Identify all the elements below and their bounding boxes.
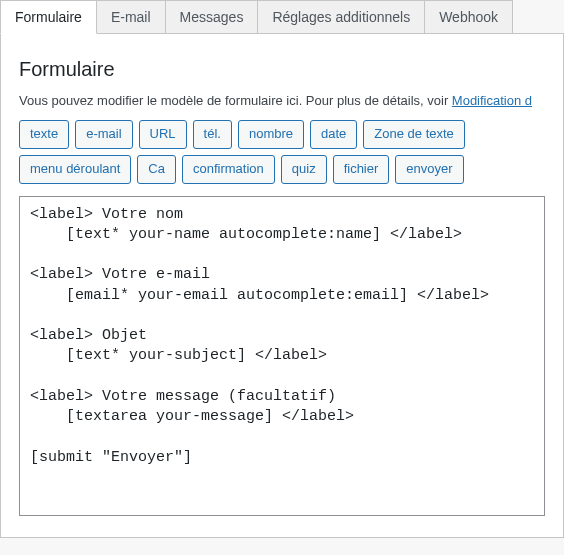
tag-menu-deroulant[interactable]: menu déroulant bbox=[19, 155, 131, 184]
tag-nombre[interactable]: nombre bbox=[238, 120, 304, 149]
help-text: Vous pouvez modifier le modèle de formul… bbox=[19, 93, 545, 108]
help-link[interactable]: Modification d bbox=[452, 93, 532, 108]
tag-quiz[interactable]: quiz bbox=[281, 155, 327, 184]
tag-ca-truncated[interactable]: Ca bbox=[137, 155, 176, 184]
tag-tel[interactable]: tél. bbox=[193, 120, 232, 149]
section-title: Formulaire bbox=[19, 58, 545, 81]
tag-generator-buttons: texte e-mail URL tél. nombre date Zone d… bbox=[19, 120, 545, 184]
tab-formulaire[interactable]: Formulaire bbox=[0, 0, 97, 34]
help-prefix: Vous pouvez modifier le modèle de formul… bbox=[19, 93, 452, 108]
form-template-textarea[interactable] bbox=[19, 196, 545, 516]
tag-confirmation[interactable]: confirmation bbox=[182, 155, 275, 184]
tag-fichier[interactable]: fichier bbox=[333, 155, 390, 184]
tabs-bar: Formulaire E-mail Messages Réglages addi… bbox=[0, 0, 564, 34]
tab-messages[interactable]: Messages bbox=[166, 0, 259, 34]
tag-texte[interactable]: texte bbox=[19, 120, 69, 149]
tag-email[interactable]: e-mail bbox=[75, 120, 132, 149]
tag-zone-de-texte[interactable]: Zone de texte bbox=[363, 120, 465, 149]
tag-date[interactable]: date bbox=[310, 120, 357, 149]
tab-webhook[interactable]: Webhook bbox=[425, 0, 513, 34]
tab-email[interactable]: E-mail bbox=[97, 0, 166, 34]
tag-envoyer[interactable]: envoyer bbox=[395, 155, 463, 184]
tab-reglages-additionnels[interactable]: Réglages additionnels bbox=[258, 0, 425, 34]
tag-url[interactable]: URL bbox=[139, 120, 187, 149]
form-panel: Formulaire Vous pouvez modifier le modèl… bbox=[0, 34, 564, 538]
